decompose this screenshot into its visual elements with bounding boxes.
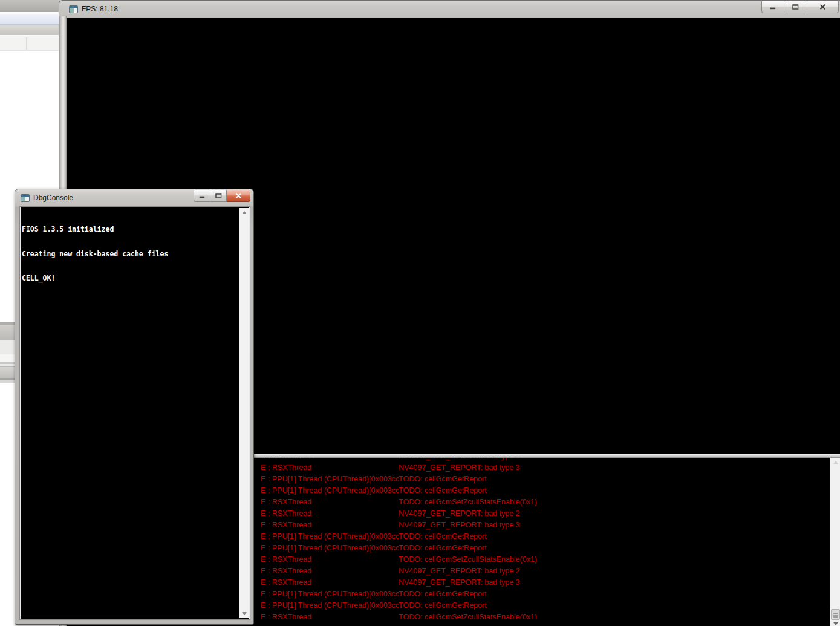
maximize-icon xyxy=(215,193,222,198)
log-row-message: NV4097_GET_REPORT: bad type 3 xyxy=(399,578,830,587)
log-row-source: E : RSXThread xyxy=(255,458,399,460)
log-row-source: E : RSXThread xyxy=(255,521,399,529)
background-window-menubar xyxy=(0,14,60,24)
log-row: E : PPU[1] Thread (CPUThread)[0x003cc058… xyxy=(255,542,830,553)
log-row: E : PPU[1] Thread (CPUThread)[0x003cc058… xyxy=(255,473,830,484)
log-row-message: TODO: cellGcmGetReport xyxy=(399,601,830,610)
console-line: CELL_OK! xyxy=(22,275,239,283)
log-row-source: E : RSXThread xyxy=(255,498,399,506)
maximize-icon xyxy=(792,4,799,10)
log-row-message: NV4097_GET_REPORT: bad type 2 xyxy=(399,509,830,518)
close-button[interactable] xyxy=(807,1,839,13)
fps-window-title: FPS: 81.18 xyxy=(82,5,118,13)
log-row-message: TODO: cellGcmGetReport xyxy=(399,590,830,598)
background-window-column-divider xyxy=(26,37,27,50)
log-row: E : PPU[1] Thread (CPUThread)[0x003cc058… xyxy=(255,599,830,611)
console-text: FIOS 1.3.5 initialized Creating new disk… xyxy=(22,209,239,299)
minimize-button[interactable] xyxy=(194,190,210,202)
log-row-message: TODO: cellGcmSetZcullStatsEnable(0x1) xyxy=(399,555,830,564)
background-window-toolbar xyxy=(0,25,60,35)
dbgconsole-output[interactable]: FIOS 1.3.5 initialized Creating new disk… xyxy=(19,206,250,620)
log-row-message: TODO: cellGcmSetZcullStatsEnable(0x1) xyxy=(399,498,830,506)
dbgconsole-app-icon[interactable] xyxy=(21,194,30,202)
log-row-source: E : PPU[1] Thread (CPUThread)[0x003cc058… xyxy=(255,544,399,552)
console-line: Creating new disk-based cache files xyxy=(22,250,239,259)
log-row-source: E : PPU[1] Thread (CPUThread)[0x003cc058… xyxy=(255,601,399,610)
close-icon xyxy=(819,4,826,10)
log-scrollbar-thumb[interactable] xyxy=(831,609,840,620)
dbgconsole-caption-buttons xyxy=(194,190,250,202)
log-row-message: NV4097_GET_REPORT: bad type 3 xyxy=(399,463,830,472)
log-row-message: NV4097_GET_REPORT: bad type 2 xyxy=(399,567,830,575)
fps-window-titlebar[interactable]: FPS: 81.18 xyxy=(67,1,840,18)
log-row: E : RSXThread NV4097_GET_REPORT: bad typ… xyxy=(255,519,830,530)
minimize-button[interactable] xyxy=(761,1,784,13)
log-row-source: E : RSXThread xyxy=(255,613,399,619)
minimize-icon xyxy=(770,4,777,10)
log-row-source: E : PPU[1] Thread (CPUThread)[0x003cc058… xyxy=(255,590,399,598)
log-row-message: TODO: cellGcmGetReport xyxy=(399,475,830,483)
log-row-message: NV4097_GET_REPORT: bad type 2 xyxy=(399,458,830,460)
log-row: E : PPU[1] Thread (CPUThread)[0x003cc058… xyxy=(255,530,830,542)
log-row-source: E : PPU[1] Thread (CPUThread)[0x003cc058… xyxy=(255,486,399,495)
log-row-source: E : RSXThread xyxy=(255,555,399,564)
console-line: FIOS 1.3.5 initialized xyxy=(22,226,239,234)
dbgconsole-scrollbar[interactable] xyxy=(239,208,249,618)
scroll-down-icon[interactable] xyxy=(242,612,247,615)
scroll-up-icon[interactable] xyxy=(833,461,838,464)
log-row-partial-bottom: E : RSXThread TODO: cellGcmSetZcullStats… xyxy=(255,611,830,619)
log-row: E : RSXThread NV4097_GET_REPORT: bad typ… xyxy=(255,507,830,519)
log-row: E : RSXThread NV4097_GET_REPORT: bad typ… xyxy=(255,576,830,588)
fps-window-app-icon[interactable] xyxy=(69,5,78,13)
log-row-message: TODO: cellGcmSetZcullStatsEnable(0x1) xyxy=(399,613,830,619)
log-row: E : RSXThread NV4097_GET_REPORT: bad typ… xyxy=(255,461,830,473)
log-row-source: E : RSXThread xyxy=(255,567,399,575)
log-row-message: NV4097_GET_REPORT: bad type 3 xyxy=(399,521,830,529)
log-row: E : PPU[1] Thread (CPUThread)[0x003cc058… xyxy=(255,588,830,599)
dbgconsole-title: DbgConsole xyxy=(33,194,73,202)
log-viewport[interactable]: E : RSXThread NV4097_GET_REPORT: bad typ… xyxy=(255,458,830,619)
log-row-message: TODO: cellGcmGetReport xyxy=(399,486,830,495)
log-row-message: TODO: cellGcmGetReport xyxy=(399,532,830,541)
log-row: E : RSXThread NV4097_GET_REPORT: bad typ… xyxy=(255,565,830,576)
scrollbar-grip-icon xyxy=(833,613,838,614)
log-row-message: TODO: cellGcmGetReport xyxy=(399,544,830,552)
log-row: E : RSXThread TODO: cellGcmSetZcullStats… xyxy=(255,553,830,565)
maximize-button[interactable] xyxy=(210,190,227,202)
minimize-icon xyxy=(199,193,206,198)
background-window-titlebar xyxy=(0,0,60,12)
background-window-column-header xyxy=(0,36,60,51)
scroll-up-icon[interactable] xyxy=(242,211,247,214)
close-icon xyxy=(235,193,242,198)
dbgconsole-window: DbgConsole FIOS 1.3.5 initialized Creati… xyxy=(15,189,254,625)
log-row-source: E : RSXThread xyxy=(255,463,399,472)
log-row-source: E : RSXThread xyxy=(255,509,399,518)
log-row: E : RSXThread TODO: cellGcmSetZcullStats… xyxy=(255,496,830,507)
maximize-button[interactable] xyxy=(784,1,807,13)
log-row: E : PPU[1] Thread (CPUThread)[0x003cc058… xyxy=(255,484,830,496)
log-scrollbar[interactable] xyxy=(830,458,840,626)
log-row-source: E : RSXThread xyxy=(255,578,399,587)
log-row-source: E : PPU[1] Thread (CPUThread)[0x003cc058… xyxy=(255,475,399,483)
fps-window-caption-buttons xyxy=(761,1,839,13)
desktop: FPS: 81.18 E : RSXThread NV xyxy=(0,0,840,626)
close-button[interactable] xyxy=(227,190,250,202)
log-row-source: E : PPU[1] Thread (CPUThread)[0x003cc058… xyxy=(255,532,399,541)
scroll-down-icon[interactable] xyxy=(833,622,838,625)
